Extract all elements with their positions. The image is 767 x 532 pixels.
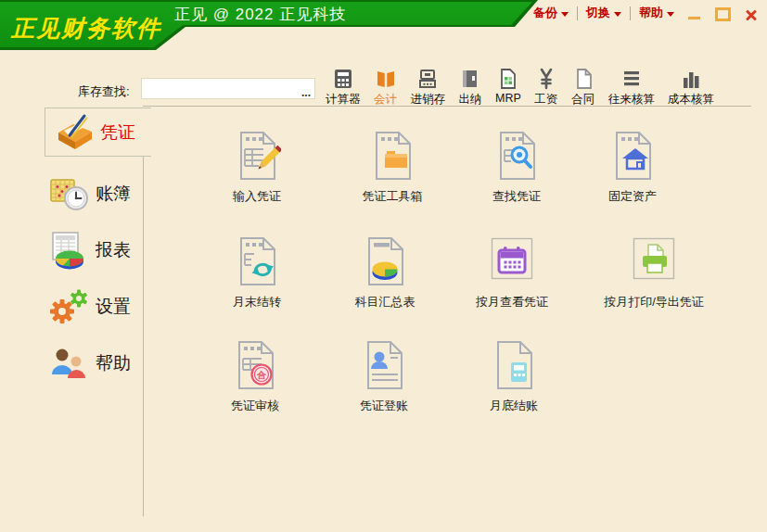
menu-switch[interactable]: 切换 [586, 5, 621, 21]
toolbar-item-cashier[interactable]: 出纳 [452, 67, 489, 108]
main-item-label: 月底结账 [444, 398, 583, 414]
sidebar-item-voucher[interactable]: 凭证 [45, 108, 151, 157]
main-item-voucher-posting[interactable]: 凭证登账 [314, 339, 454, 414]
maximize-button[interactable] [715, 7, 731, 21]
minimize-button[interactable] [688, 8, 701, 21]
stamp-text: 合 [256, 370, 267, 380]
fixed-assets-icon [608, 130, 657, 182]
main-item-label: 凭证登账 [314, 398, 454, 414]
find-voucher-icon [492, 130, 541, 182]
sidebar-item-reports[interactable]: 报表 [48, 227, 131, 273]
menu-switch-label: 切换 [586, 5, 610, 21]
toolbar-item-payroll[interactable]: 工资 [528, 67, 565, 108]
toolbar-item-current-accounts[interactable]: 往来核算 [602, 67, 661, 108]
subject-summary-icon [361, 235, 409, 287]
menu-separator [577, 6, 578, 20]
bar-chart-icon [679, 67, 703, 91]
calendar-clock-icon [48, 173, 89, 214]
main-item-month-end-closing[interactable]: 月底结账 [444, 339, 583, 414]
people-icon [48, 343, 89, 384]
gears-icon [48, 286, 89, 327]
sidebar-item-ledger[interactable]: 账簿 [48, 171, 131, 217]
chevron-down-icon [561, 12, 569, 17]
main-item-label: 输入凭证 [187, 188, 326, 205]
minimize-icon [688, 17, 700, 19]
panel-top-border [143, 106, 751, 107]
accounting-book-icon [374, 67, 398, 91]
voucher-audit-icon: 合 [231, 339, 279, 391]
inventory-search-input[interactable] [142, 79, 301, 98]
close-button[interactable] [745, 8, 758, 21]
sidebar-item-label: 帮助 [96, 351, 131, 375]
printer-icon [630, 235, 678, 287]
chevron-down-icon [614, 12, 621, 17]
main-item-voucher-toolbox[interactable]: 凭证工具箱 [323, 130, 462, 205]
voucher-toolbox-icon [368, 130, 416, 182]
sidebar-item-label: 设置 [96, 295, 131, 319]
main-item-voucher-audit[interactable]: 合 凭证审核 [185, 339, 325, 414]
menu-separator [630, 6, 631, 20]
toolbar-item-inventory[interactable]: 进销存 [404, 67, 453, 108]
toolbar-item-contract[interactable]: 合同 [565, 67, 602, 108]
app-logo: 正见财务软件 [11, 13, 161, 44]
main-item-input-voucher[interactable]: 输入凭证 [187, 130, 326, 205]
lines-icon [620, 67, 644, 91]
input-voucher-icon [233, 130, 281, 182]
sidebar-item-help[interactable]: 帮助 [48, 340, 131, 386]
monthly-calendar-icon [488, 235, 536, 287]
inventory-search-box: ... [141, 78, 315, 99]
main-item-label: 凭证审核 [185, 398, 325, 414]
titlebar-menus: 备份 切换 帮助 [533, 5, 674, 21]
report-pie-icon [48, 230, 89, 271]
menu-help[interactable]: 帮助 [639, 5, 674, 21]
toolbar-item-calculator[interactable]: 计算器 [319, 67, 367, 108]
sidebar-item-settings[interactable]: 设置 [48, 284, 131, 330]
window-title: 正见 @ 2022 正见科技 [174, 4, 346, 25]
month-end-carryover-icon [233, 235, 281, 287]
main-item-month-end-carryover[interactable]: 月末结转 [187, 235, 326, 310]
main-item-label: 按月查看凭证 [442, 294, 582, 310]
main-item-label: 科目汇总表 [315, 294, 454, 310]
main-item-view-vouchers-by-month[interactable]: 按月查看凭证 [442, 235, 582, 310]
main-item-subject-summary[interactable]: 科目汇总表 [315, 235, 454, 310]
wallet-icon [458, 67, 482, 91]
voucher-folder-icon [53, 112, 94, 153]
main-item-print-export-by-month[interactable]: 按月打印/导出凭证 [584, 235, 723, 310]
app-window: 正见 @ 2022 正见科技 正见财务软件 备份 切换 帮助 库存查找: ... [0, 0, 767, 532]
main-item-label: 按月打印/导出凭证 [584, 294, 723, 310]
yen-icon [534, 67, 558, 91]
toolbar-item-mrp[interactable]: MRP [489, 67, 528, 105]
menu-backup-label: 备份 [533, 5, 557, 21]
module-toolbar: 计算器 会计 进销存 出纳 [319, 67, 721, 108]
sidebar-separator [143, 156, 144, 516]
calculator-icon [331, 67, 355, 91]
main-item-fixed-assets[interactable]: 固定资产 [563, 130, 702, 205]
contract-page-icon [571, 67, 595, 91]
browse-button[interactable]: ... [301, 88, 314, 98]
main-item-label: 凭证工具箱 [323, 188, 462, 205]
menu-backup[interactable]: 备份 [533, 5, 569, 21]
cash-register-icon [415, 67, 440, 91]
main-item-label: 固定资产 [563, 188, 702, 205]
sidebar-item-label: 报表 [96, 238, 131, 262]
inventory-search-label: 库存查找: [78, 83, 130, 100]
sidebar-item-label: 凭证 [100, 120, 135, 145]
voucher-posting-icon [360, 339, 408, 391]
chevron-down-icon [667, 12, 674, 17]
sidebar-item-label: 账簿 [96, 182, 131, 206]
main-item-label: 月末结转 [187, 294, 326, 310]
menu-help-label: 帮助 [639, 5, 663, 21]
month-end-closing-icon [490, 339, 538, 391]
window-controls [688, 7, 758, 22]
toolbar-item-cost-accounting[interactable]: 成本核算 [661, 67, 721, 108]
toolbar-item-accounting[interactable]: 会计 [367, 67, 404, 108]
toolbar-item-label: MRP [495, 92, 521, 105]
table-document-icon [496, 67, 520, 91]
